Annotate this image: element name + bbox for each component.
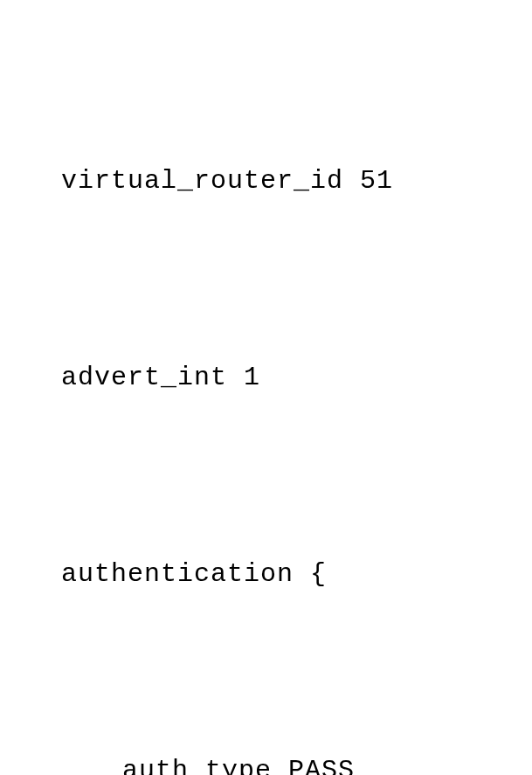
code-line: advert_int 1: [0, 345, 532, 411]
code-block: virtual_router_id 51 advert_int 1 authen…: [0, 17, 532, 775]
code-line: authentication {: [0, 542, 532, 607]
code-line: virtual_router_id 51: [0, 149, 532, 214]
code-line: auth_type PASS: [0, 738, 532, 775]
